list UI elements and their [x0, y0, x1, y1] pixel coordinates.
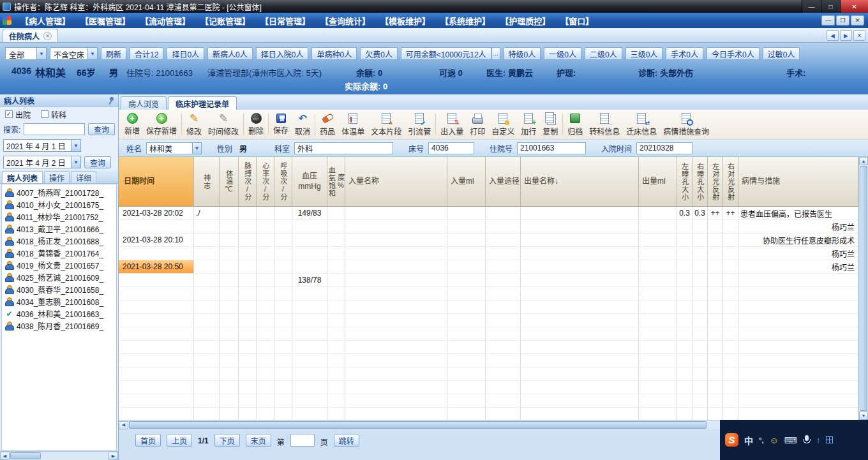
- maximize-icon[interactable]: □: [821, 0, 840, 13]
- checkbox-checked-icon[interactable]: ✓: [5, 110, 13, 118]
- col-header-r_light[interactable]: 右对光反射: [723, 157, 738, 206]
- menu-item-4[interactable]: 【日常管理】: [255, 13, 315, 28]
- patient-list-item[interactable]: 4034_董志鹏_21001608_: [5, 295, 116, 308]
- level-filter-button-6[interactable]: 过敏0人: [763, 47, 800, 60]
- chevron-down-icon[interactable]: ▼: [71, 140, 80, 151]
- grid-row[interactable]: 杨巧兰: [119, 247, 858, 260]
- level-filter-button-2[interactable]: 二级0人: [585, 47, 622, 60]
- col-header-intake_name[interactable]: 入量名称: [345, 157, 447, 206]
- col-header-datetime[interactable]: 日期时间: [119, 157, 194, 206]
- menu-item-3[interactable]: 【记账管理】: [195, 13, 255, 28]
- menu-item-2[interactable]: 【流动管理】: [135, 13, 195, 28]
- date-to-picker[interactable]: 2021 年 4 月 2 日 ▼: [3, 156, 81, 168]
- patient-list-item[interactable]: 4025_杨艺诚_21001609_: [5, 271, 116, 283]
- grid-row[interactable]: 2021-03-28 20:02./149/830.30.3++++患者血压偏高…: [119, 207, 858, 220]
- admission-field[interactable]: 21001663: [517, 142, 586, 154]
- mdi-close-icon[interactable]: ✕: [851, 15, 864, 26]
- col-header-heart_rate[interactable]: 心率次/分: [257, 157, 274, 206]
- tool-text-snippet[interactable]: 文本片段: [368, 112, 405, 138]
- grid-vscrollbar[interactable]: ▲ ▼: [858, 157, 868, 420]
- menu-item-5[interactable]: 【查询统计】: [315, 13, 375, 28]
- filter-button-2[interactable]: 择日0人: [167, 47, 204, 60]
- patient-list-item[interactable]: 4030_蔡春华_21001658_: [5, 283, 116, 295]
- chevron-down-icon[interactable]: ▼: [36, 48, 46, 59]
- tool-copy[interactable]: 复制: [539, 112, 561, 138]
- col-header-bp[interactable]: 血压 mmHg: [292, 157, 327, 206]
- col-header-l_pupil[interactable]: 左瞳孔大小: [677, 157, 692, 206]
- patient-list-hscrollbar[interactable]: ◀ ▶: [0, 451, 118, 460]
- grid-row[interactable]: 2021-03-28 20:50杨巧兰: [119, 260, 858, 274]
- search-input[interactable]: [24, 123, 85, 135]
- tool-edit[interactable]: 修改: [183, 112, 205, 138]
- grid-row[interactable]: [119, 287, 858, 300]
- jump-button[interactable]: 跳转: [334, 434, 359, 447]
- filter-button-5[interactable]: 单病种0人: [311, 47, 357, 60]
- emoji-icon[interactable]: ☺: [769, 435, 778, 445]
- grid-row[interactable]: [119, 300, 858, 314]
- left-tab-1[interactable]: 操作: [44, 171, 70, 183]
- beds-select[interactable]: 不含空床 ▼: [50, 47, 98, 60]
- minimize-icon[interactable]: —: [802, 0, 821, 13]
- date-query-button[interactable]: 查询: [84, 156, 111, 168]
- tool-print[interactable]: 打印: [467, 112, 488, 138]
- expand-icon[interactable]: ↑: [816, 435, 821, 445]
- scroll-up-icon[interactable]: ▲: [859, 157, 868, 165]
- tool-query[interactable]: 病情措施查询: [660, 112, 712, 138]
- grid-row[interactable]: 杨巧兰: [119, 220, 858, 234]
- tool-time-edit[interactable]: 时间修改: [205, 112, 242, 138]
- tool-temp-sheet[interactable]: 体温单: [338, 112, 368, 138]
- date-from-picker[interactable]: 2021 年 4 月 1 日 ▼: [3, 139, 81, 152]
- close-icon[interactable]: ✕: [840, 0, 868, 13]
- filter-button-3[interactable]: 新病人0人: [207, 47, 253, 60]
- tab-scroll-left-icon[interactable]: ◀: [827, 30, 839, 41]
- left-tab-2[interactable]: 详细: [71, 171, 96, 183]
- scroll-left-icon[interactable]: ◀: [0, 452, 10, 460]
- col-header-spo2[interactable]: 血氧饱和度%: [327, 157, 345, 206]
- keyboard-icon[interactable]: ⌨: [784, 435, 797, 445]
- checkbox-icon[interactable]: [41, 110, 49, 118]
- col-header-pulse[interactable]: 脉搏次/分: [239, 157, 257, 206]
- transfer-checkbox[interactable]: 转科: [41, 109, 66, 120]
- scroll-left-icon[interactable]: ◀: [119, 421, 128, 429]
- tool-custom[interactable]: 自定义: [488, 112, 518, 138]
- tool-cancel[interactable]: 取消: [292, 112, 313, 138]
- view-tab-0[interactable]: 病人浏览: [121, 96, 167, 110]
- filter-button-6[interactable]: 欠费0人: [360, 47, 398, 60]
- chevron-down-icon[interactable]: ▼: [87, 48, 97, 59]
- grid-row[interactable]: [119, 341, 858, 354]
- filter-button-4[interactable]: 择日入院0人: [256, 47, 309, 60]
- view-tab-1[interactable]: 临床护理记录单: [168, 96, 237, 110]
- tab-inpatients[interactable]: 住院病人 ✕: [3, 29, 58, 42]
- quota-more-button[interactable]: …: [491, 47, 500, 60]
- scroll-down-icon[interactable]: ▼: [859, 412, 868, 420]
- menu-item-9[interactable]: 【窗口】: [555, 13, 599, 28]
- patient-list-item[interactable]: 4019_杨文贵_21001657_: [5, 259, 116, 271]
- patient-list-item[interactable]: 4018_杨正发_21001688_: [5, 235, 116, 247]
- scrollbar-thumb[interactable]: [129, 421, 707, 429]
- patient-list-item[interactable]: 4010_林小女_21001675_: [5, 198, 116, 211]
- col-header-temp[interactable]: 体温℃: [220, 157, 239, 206]
- tool-bed-move[interactable]: 迁床信息: [623, 112, 660, 138]
- admit-time-field[interactable]: 20210328: [636, 142, 692, 154]
- level-filter-button-1[interactable]: 一级0人: [544, 47, 581, 60]
- filter-button-0[interactable]: 刷新: [101, 47, 126, 60]
- grid-row[interactable]: [119, 314, 858, 327]
- col-header-output_name[interactable]: 出量名称↓: [521, 157, 639, 206]
- level-filter-button-3[interactable]: 三级0人: [625, 47, 663, 60]
- grid-row[interactable]: [119, 354, 858, 367]
- tool-save[interactable]: 保存: [270, 112, 292, 137]
- col-header-r_pupil[interactable]: 右瞳孔大小: [692, 157, 708, 206]
- grid-row[interactable]: 138/78: [119, 274, 858, 287]
- menu-item-6[interactable]: 【模板维护】: [375, 13, 435, 28]
- next-page-button[interactable]: 下页: [214, 434, 240, 447]
- col-header-intake_ml[interactable]: 入量ml: [447, 157, 486, 206]
- scroll-right-icon[interactable]: ▶: [108, 452, 118, 460]
- grid-row[interactable]: [119, 327, 858, 341]
- patient-list-item[interactable]: 4018_黄锦香_21001764_: [5, 247, 116, 259]
- grid-row[interactable]: [119, 394, 858, 408]
- patient-list-item[interactable]: 4038_陈月香_21001669_: [5, 320, 116, 332]
- chevron-down-icon[interactable]: ▼: [71, 156, 80, 168]
- grid-row[interactable]: [119, 367, 858, 381]
- name-combo[interactable]: 林和美 ▼: [146, 142, 202, 154]
- tool-drug[interactable]: 药品: [317, 112, 338, 138]
